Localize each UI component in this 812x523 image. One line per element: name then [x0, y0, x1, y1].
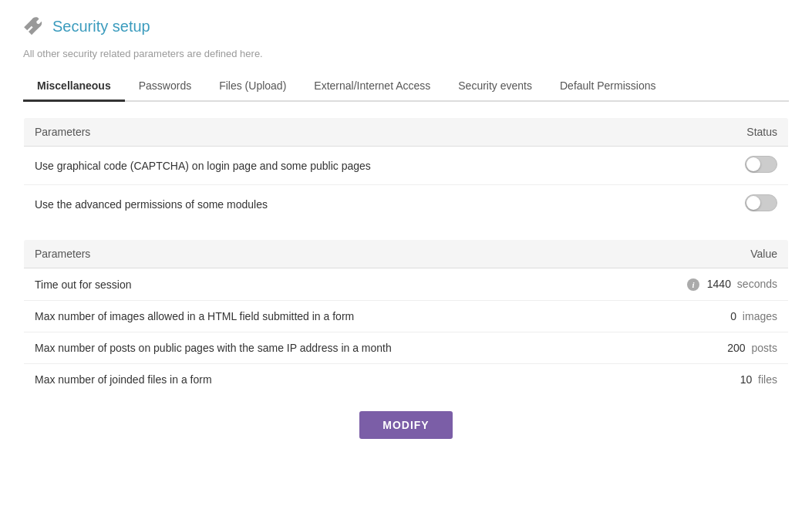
- col-value-header: Value: [614, 240, 789, 268]
- col-status-header: Status: [688, 118, 789, 147]
- page-header: Security setup: [23, 15, 789, 37]
- table-row: Max number of joinded files in a form 10…: [24, 364, 789, 396]
- table-row: Time out for session i 1440 seconds: [24, 268, 789, 301]
- col-parameters-header2: Parameters: [24, 240, 614, 268]
- info-icon[interactable]: i: [687, 278, 699, 291]
- advanced-perms-toggle-cell: [688, 185, 789, 224]
- session-timeout-number: 1440: [707, 278, 731, 290]
- session-timeout-unit: seconds: [737, 278, 777, 290]
- max-posts-label: Max number of posts on public pages with…: [24, 332, 614, 364]
- page-subtitle: All other security related parameters ar…: [23, 48, 789, 59]
- max-images-value-cell: 0 images: [614, 301, 789, 332]
- advanced-perms-toggle[interactable]: [745, 194, 777, 211]
- max-images-label: Max number of images allowed in a HTML f…: [24, 301, 614, 332]
- wrench-icon: [23, 15, 45, 37]
- captcha-toggle-cell: [688, 147, 789, 185]
- tab-security-events[interactable]: Security events: [444, 72, 546, 102]
- advanced-perms-label: Use the advanced permissions of some mod…: [24, 185, 688, 224]
- max-files-label: Max number of joinded files in a form: [24, 364, 614, 396]
- value-table-header: Parameters Value: [24, 240, 789, 268]
- toggle-table-header: Parameters Status: [24, 118, 789, 147]
- tab-miscellaneous[interactable]: Miscellaneous: [23, 72, 125, 102]
- captcha-toggle[interactable]: [745, 156, 777, 173]
- value-params-table: Parameters Value Time out for session i …: [23, 239, 789, 396]
- page-title: Security setup: [52, 18, 150, 35]
- table-row: Max number of posts on public pages with…: [24, 332, 789, 364]
- captcha-label: Use graphical code (CAPTCHA) on login pa…: [24, 147, 688, 185]
- table-row: Use graphical code (CAPTCHA) on login pa…: [24, 147, 789, 185]
- max-posts-value-cell: 200 posts: [614, 332, 789, 364]
- modify-button[interactable]: MODIFY: [359, 411, 452, 439]
- max-images-unit: images: [743, 310, 777, 322]
- tab-files-upload[interactable]: Files (Upload): [205, 72, 300, 102]
- tab-external-internet[interactable]: External/Internet Access: [300, 72, 444, 102]
- max-files-value-cell: 10 files: [614, 364, 789, 396]
- max-posts-unit: posts: [752, 342, 777, 354]
- table-row: Max number of images allowed in a HTML f…: [24, 301, 789, 332]
- tab-passwords[interactable]: Passwords: [125, 72, 205, 102]
- toggle-params-table: Parameters Status Use graphical code (CA…: [23, 117, 789, 224]
- table-row: Use the advanced permissions of some mod…: [24, 185, 789, 224]
- tab-bar: Miscellaneous Passwords Files (Upload) E…: [23, 72, 789, 102]
- max-posts-number: 200: [727, 342, 745, 354]
- tab-default-permissions[interactable]: Default Permissions: [546, 72, 670, 102]
- max-files-number: 10: [740, 373, 753, 386]
- session-timeout-value-cell: i 1440 seconds: [614, 268, 789, 301]
- session-timeout-label: Time out for session: [24, 268, 614, 301]
- max-images-number: 0: [730, 310, 736, 322]
- col-parameters-header: Parameters: [24, 118, 688, 147]
- max-files-unit: files: [758, 373, 777, 386]
